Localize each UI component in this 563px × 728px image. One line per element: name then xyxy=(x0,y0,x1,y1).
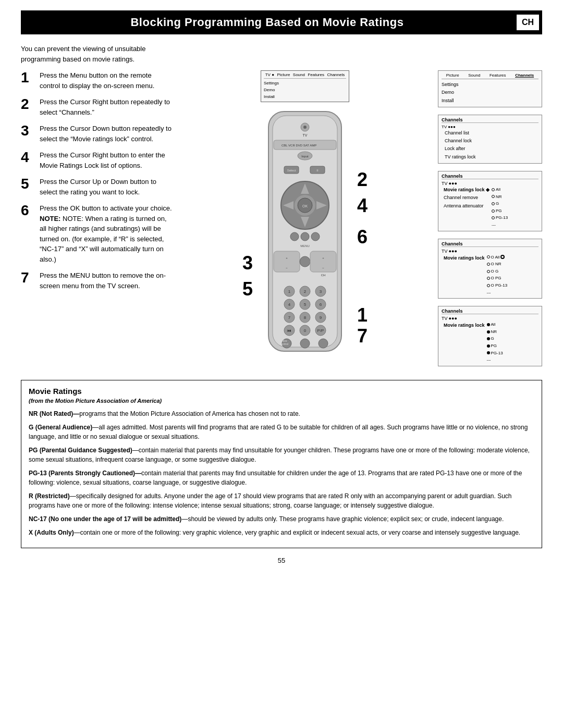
step-1-text: Press the Menu button on the remote cont… xyxy=(40,70,172,91)
svg-text:0: 0 xyxy=(304,328,307,333)
svg-point-21 xyxy=(290,232,299,241)
svg-point-23 xyxy=(311,232,320,241)
callout-3: 3 xyxy=(242,252,253,274)
onscreen-menu-top: TV ● Picture Sound Features Channels Set… xyxy=(261,70,349,102)
step-5-text: Press the Cursor Up or Down button to se… xyxy=(40,177,172,197)
step-4-number: 4 xyxy=(21,150,35,165)
callout-1: 1 xyxy=(357,304,368,326)
step-7: 7 Press the MENU button to remove the on… xyxy=(21,270,172,291)
step-3: 3 Press the Cursor Down button repeatedl… xyxy=(21,124,172,144)
svg-text:Control: Control xyxy=(280,342,288,346)
step-7-number: 7 xyxy=(21,270,35,285)
rating-nc17: NC-17 (No one under the age of 17 will b… xyxy=(29,514,534,524)
step-6-text: Press the OK button to activate your cho… xyxy=(40,203,172,264)
svg-text:Input: Input xyxy=(301,155,309,158)
svg-text:3: 3 xyxy=(320,289,322,294)
step-6: 6 Press the OK button to activate your c… xyxy=(21,203,172,264)
svg-point-28 xyxy=(300,256,310,267)
step-3-number: 3 xyxy=(21,124,35,138)
svg-text:2: 2 xyxy=(304,289,307,294)
svg-text:−: − xyxy=(322,266,324,269)
main-content: 1 Press the Menu button on the remote co… xyxy=(21,70,542,369)
movie-ratings-title: Movie Ratings xyxy=(29,387,534,396)
step-3-text: Press the Cursor Down button repeatedly … xyxy=(40,124,172,144)
svg-text:II: II xyxy=(316,169,319,172)
step-1: 1 Press the Menu button on the remote co… xyxy=(21,70,172,91)
svg-text:4: 4 xyxy=(288,302,291,307)
svg-text:CBL VCR DVD SAT AMP: CBL VCR DVD SAT AMP xyxy=(282,144,316,147)
svg-text:6: 6 xyxy=(320,302,322,307)
step-4: 4 Press the Cursor Right button to enter… xyxy=(21,150,172,170)
callout-6: 6 xyxy=(357,226,368,248)
svg-point-59 xyxy=(319,339,328,348)
callout-2: 2 xyxy=(357,169,368,191)
tv-panel-2: Channels TV ●●● Channel list Channel loc… xyxy=(438,115,542,164)
svg-text:5: 5 xyxy=(304,302,307,307)
movie-ratings-section: Movie Ratings (from the Motion Picture A… xyxy=(21,380,542,548)
callout-4: 4 xyxy=(357,195,368,217)
step-5: 5 Press the Cursor Up or Down button to … xyxy=(21,177,172,197)
step-5-number: 5 xyxy=(21,177,35,191)
tv-panel-4: Channels TV ●●● Movie ratings lock O All… xyxy=(438,239,542,299)
tv-panel-5: Channels TV ●●● Movie ratings lock All N… xyxy=(438,306,542,366)
svg-point-3 xyxy=(303,126,307,129)
intro-text: You can prevent the viewing of unsuitabl… xyxy=(21,44,177,64)
callout-5: 5 xyxy=(242,278,253,300)
rating-r: R (Restricted)—specifically designed for… xyxy=(29,491,534,510)
step-2-number: 2 xyxy=(21,97,35,112)
remote-illustration: TV ● Picture Sound Features Channels Set… xyxy=(177,70,433,358)
rating-g: G (General Audience)—all ages admitted. … xyxy=(29,423,534,441)
page-number: 55 xyxy=(21,557,542,564)
svg-text:TV: TV xyxy=(303,133,308,137)
rating-nr: NR (Not Rated)—programs that the Motion … xyxy=(29,409,534,418)
page-header: Blocking Programming Based on Movie Rati… xyxy=(21,10,542,34)
remote-control: TV CBL VCR DVD SAT AMP Input xyxy=(258,106,352,358)
steps-column: 1 Press the Menu button on the remote co… xyxy=(21,70,172,297)
step-6-number: 6 xyxy=(21,203,35,218)
movie-ratings-subtitle: (from the Motion Picture Association of … xyxy=(29,398,534,404)
tv-panel-3: Channels TV ●●● Movie ratings lock ◆ Cha… xyxy=(438,171,542,231)
step-7-text: Press the MENU button to remove the on-s… xyxy=(40,270,172,291)
svg-text:P/P: P/P xyxy=(317,328,324,333)
step-4-text: Press the Cursor Right button to enter t… xyxy=(40,150,172,170)
svg-text:8: 8 xyxy=(304,315,307,320)
svg-text:⏮: ⏮ xyxy=(287,328,291,333)
svg-text:9: 9 xyxy=(320,315,322,320)
svg-text:+: + xyxy=(322,256,324,260)
remote-svg: TV CBL VCR DVD SAT AMP Input xyxy=(258,106,352,356)
tv-panels: Picture Sound Features Channels Settings… xyxy=(438,70,542,369)
rating-x: X (Adults Only)—contain one or more of t… xyxy=(29,528,534,537)
svg-point-58 xyxy=(300,339,310,348)
svg-text:Select: Select xyxy=(287,169,296,172)
rating-pg13: PG-13 (Parents Strongly Cautioned)—conta… xyxy=(29,468,534,487)
svg-text:OK: OK xyxy=(302,204,308,208)
chapter-label: CH xyxy=(516,14,540,31)
rating-pg: PG (Parental Guidance Suggested)—contain… xyxy=(29,446,534,464)
svg-text:+: + xyxy=(286,256,288,260)
step-1-number: 1 xyxy=(21,70,35,85)
svg-text:7: 7 xyxy=(288,315,291,320)
callout-7: 7 xyxy=(357,325,368,347)
svg-text:1: 1 xyxy=(288,289,291,294)
svg-text:CH: CH xyxy=(321,274,326,277)
page-title: Blocking Programming Based on Movie Rati… xyxy=(21,10,513,34)
step-2-text: Press the Cursor Right button repeatedly… xyxy=(40,97,172,117)
svg-text:MENU: MENU xyxy=(300,244,310,248)
svg-point-22 xyxy=(301,232,309,241)
tv-panel-1: Picture Sound Features Channels Settings… xyxy=(438,70,542,107)
step-2: 2 Press the Cursor Right button repeated… xyxy=(21,97,172,117)
svg-text:−: − xyxy=(286,266,288,269)
